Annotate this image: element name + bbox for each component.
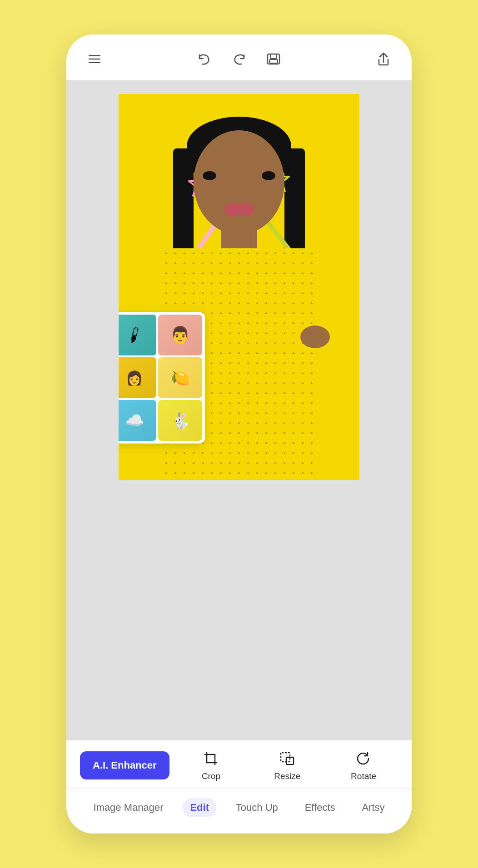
resize-label: Resize xyxy=(274,771,300,781)
image-canvas xyxy=(119,94,359,480)
phone-frame: A.I. Enhancer Crop Resize xyxy=(66,35,412,833)
rotate-label: Rotate xyxy=(351,771,376,781)
crop-label: Crop xyxy=(202,771,220,781)
eye-area xyxy=(203,171,275,180)
tool-row: A.I. Enhancer Crop Resize xyxy=(80,750,398,781)
save-button[interactable] xyxy=(264,49,284,69)
top-bar xyxy=(66,35,412,80)
thumbnail-6[interactable] xyxy=(158,400,202,441)
hand-right xyxy=(300,326,330,348)
ai-enhancer-button[interactable]: A.I. Enhancer xyxy=(80,751,169,779)
redo-button[interactable] xyxy=(229,49,249,69)
photo-scene xyxy=(119,94,359,480)
thumbnail-4[interactable] xyxy=(158,357,202,398)
svg-rect-1 xyxy=(270,54,277,59)
svg-rect-2 xyxy=(269,59,278,63)
resize-tool[interactable]: Resize xyxy=(253,750,322,781)
thumbnail-1[interactable] xyxy=(119,315,156,355)
top-bar-actions xyxy=(194,49,284,69)
thumbnail-5[interactable] xyxy=(119,400,156,441)
thumbnail-3[interactable] xyxy=(119,357,156,398)
hamburger-icon xyxy=(89,55,100,63)
menu-button[interactable] xyxy=(85,49,105,69)
nav-effects[interactable]: Effects xyxy=(298,798,343,817)
bottom-toolbar: A.I. Enhancer Crop Resize xyxy=(66,740,412,789)
eye-right xyxy=(262,171,275,180)
bottom-nav: Image Manager Edit Touch Up Effects Arts… xyxy=(66,789,412,833)
eye-left xyxy=(203,171,216,180)
nav-image-manager[interactable]: Image Manager xyxy=(86,798,170,817)
rotate-tool[interactable]: Rotate xyxy=(329,750,398,781)
nav-touchup[interactable]: Touch Up xyxy=(229,798,285,817)
undo-button[interactable] xyxy=(194,49,214,69)
main-canvas-area xyxy=(66,80,412,740)
face xyxy=(194,130,284,235)
crop-tool[interactable]: Crop xyxy=(177,750,246,781)
rotate-icon xyxy=(356,750,371,768)
thumbnail-gallery[interactable] xyxy=(119,312,205,444)
resize-icon xyxy=(279,750,295,768)
share-button[interactable] xyxy=(373,49,393,69)
crop-icon xyxy=(203,750,219,768)
thumbnail-2[interactable] xyxy=(158,315,202,355)
nav-artsy[interactable]: Artsy xyxy=(354,798,392,817)
lips xyxy=(224,203,254,216)
nav-edit[interactable]: Edit xyxy=(183,798,216,817)
